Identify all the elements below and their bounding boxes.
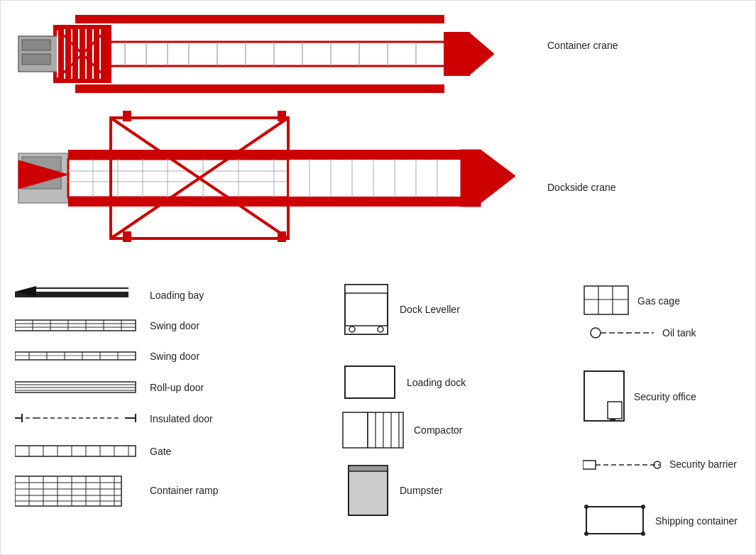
svg-rect-134 xyxy=(368,412,403,448)
rollup-door-label: Roll-up door xyxy=(150,382,204,393)
dock-leveller-icon xyxy=(341,281,391,338)
svg-point-154 xyxy=(584,505,588,509)
svg-rect-17 xyxy=(22,40,50,50)
svg-rect-139 xyxy=(349,466,388,515)
rollup-door-icon xyxy=(15,378,143,396)
insulated-door-icon xyxy=(15,410,143,427)
svg-rect-28 xyxy=(444,33,469,75)
loading-dock-icon xyxy=(341,363,398,402)
oil-tank-label: Oil tank xyxy=(662,327,696,339)
legend-item-swing-door1: Swing door xyxy=(15,317,199,334)
svg-point-156 xyxy=(584,532,588,536)
svg-rect-54 xyxy=(123,111,131,121)
legend-item-gate: Gate xyxy=(15,442,171,460)
legend-item-loading-dock: Loading dock xyxy=(341,363,466,402)
svg-marker-29 xyxy=(469,33,494,75)
oil-tank-icon xyxy=(583,326,654,340)
container-crane-svg xyxy=(11,8,537,100)
svg-rect-30 xyxy=(75,15,444,23)
legend-item-shipping-container: Shipping container xyxy=(583,501,738,540)
legend-item-insulated-door: Insulated door xyxy=(15,410,213,427)
swing-door2-icon xyxy=(15,347,143,365)
legend-item-dumpster: Dumpster xyxy=(341,462,443,519)
legend-item-swing-door2: Swing door xyxy=(15,347,199,365)
svg-rect-56 xyxy=(123,231,131,242)
security-office-icon xyxy=(583,370,625,423)
svg-rect-31 xyxy=(75,84,444,93)
dockside-crane-svg xyxy=(11,111,544,242)
legend-item-security-office: Security office xyxy=(583,370,696,423)
page: Container crane xyxy=(0,0,756,555)
swing-door1-icon xyxy=(15,317,143,334)
insulated-door-label: Insulated door xyxy=(150,413,213,424)
svg-rect-132 xyxy=(345,366,395,398)
legend-item-gas-cage: Gas cage xyxy=(583,285,680,317)
security-barrier-label: Security barrier xyxy=(669,458,737,470)
shipping-container-icon xyxy=(583,501,647,540)
gate-label: Gate xyxy=(150,446,171,457)
svg-rect-106 xyxy=(15,446,136,456)
legend-item-rollup-door: Roll-up door xyxy=(15,378,204,396)
svg-rect-140 xyxy=(349,466,388,471)
loading-dock-label: Loading dock xyxy=(407,377,466,388)
dumpster-icon xyxy=(341,462,391,519)
security-office-label: Security office xyxy=(634,391,696,402)
dock-leveller-label: Dock Leveller xyxy=(400,304,460,315)
compactor-icon xyxy=(341,409,405,451)
svg-point-157 xyxy=(641,532,645,536)
compactor-label: Compactor xyxy=(414,424,462,436)
svg-rect-148 xyxy=(608,402,622,419)
legend-item-loading-bay: Loading bay xyxy=(15,285,204,306)
security-barrier-icon xyxy=(583,457,661,471)
legend-item-oil-tank: Oil tank xyxy=(583,326,696,340)
shipping-container-label: Shipping container xyxy=(655,515,738,527)
swing-door2-label: Swing door xyxy=(150,351,199,362)
svg-rect-115 xyxy=(15,476,121,506)
svg-rect-58 xyxy=(288,159,462,197)
loading-bay-icon xyxy=(15,285,143,306)
svg-rect-66 xyxy=(461,150,481,207)
svg-point-155 xyxy=(641,505,645,509)
dumpster-label: Dumpster xyxy=(400,485,443,496)
loading-bay-label: Loading bay xyxy=(150,290,204,301)
svg-rect-18 xyxy=(22,54,50,65)
container-ramp-label: Container ramp xyxy=(150,485,219,496)
svg-rect-149 xyxy=(610,419,615,422)
svg-rect-141 xyxy=(584,286,628,314)
svg-rect-55 xyxy=(278,111,286,121)
container-ramp-icon xyxy=(15,473,143,508)
svg-rect-128 xyxy=(345,285,388,293)
legend-item-container-ramp: Container ramp xyxy=(15,473,219,508)
svg-rect-133 xyxy=(343,412,368,448)
svg-point-145 xyxy=(591,328,601,338)
gas-cage-label: Gas cage xyxy=(637,295,680,307)
gate-icon xyxy=(15,442,143,460)
svg-rect-57 xyxy=(278,231,286,242)
legend-item-security-barrier: Security barrier xyxy=(583,457,737,471)
svg-rect-69 xyxy=(68,197,461,207)
legend-item-dock-leveller: Dock Leveller xyxy=(341,281,460,338)
crane1-label: Container crane xyxy=(547,40,618,51)
svg-rect-153 xyxy=(586,507,643,534)
svg-marker-67 xyxy=(481,150,515,203)
legend-item-compactor: Compactor xyxy=(341,409,462,451)
crane2-label: Dockside crane xyxy=(547,182,616,193)
swing-door1-label: Swing door xyxy=(150,320,199,331)
svg-rect-150 xyxy=(583,461,596,469)
gas-cage-icon xyxy=(583,285,629,317)
svg-rect-68 xyxy=(68,150,461,159)
